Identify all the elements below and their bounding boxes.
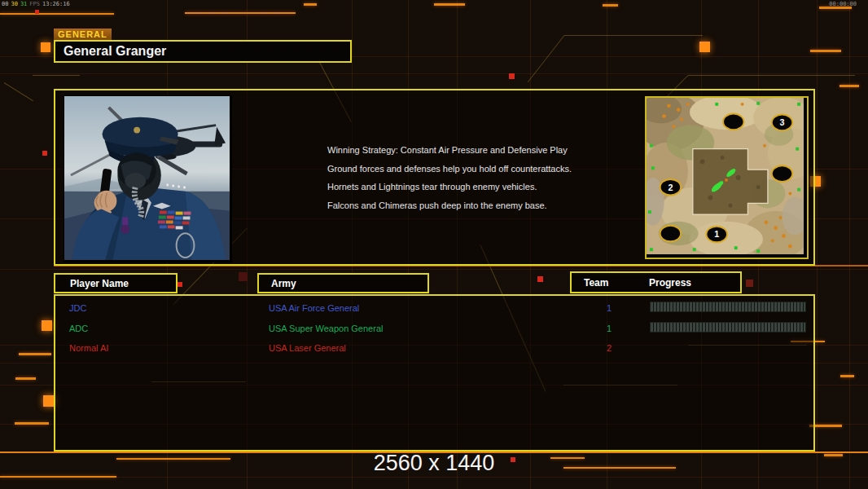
column-label: Player Name (70, 278, 129, 289)
army-header: Army (257, 273, 429, 293)
accent-dash (185, 12, 296, 14)
start-position-marker: 2 (668, 183, 673, 192)
player-row: Normal AI USA Laser General 2 (55, 341, 813, 359)
stat-token: FPS (29, 1, 40, 7)
briefing-line: Hornets and Lightnings tear through enem… (327, 178, 572, 196)
accent-dash (603, 4, 618, 7)
strategy-briefing: Winning Strategy: Constant Air Pressure … (327, 141, 572, 214)
accent-square-red (178, 282, 182, 287)
accent-square-red (537, 276, 543, 282)
column-label: Progress (649, 277, 691, 289)
stat-token: 31 (20, 1, 27, 7)
general-info-panel: Winning Strategy: Constant Air Pressure … (54, 89, 815, 266)
start-position-marker: 1 (714, 229, 719, 239)
accent-square-orange (43, 395, 55, 407)
column-label: Army (271, 278, 296, 289)
player-name: ADC (69, 324, 88, 333)
accent-square-red (42, 151, 47, 156)
fps-stats-overlay: 003031FPS13:26:16 (2, 1, 72, 7)
briefing-line: Ground forces and defenses help you hold… (327, 160, 572, 178)
accent-square-orange (699, 42, 710, 52)
stat-token: 13:26:16 (42, 1, 70, 7)
player-army: USA Air Force General (269, 303, 359, 313)
grid-line-horizontal (0, 269, 868, 270)
accent-dash (434, 3, 465, 6)
player-team: 1 (603, 324, 616, 333)
player-list-panel: JDC USA Air Force General 1 ADC USA Supe… (54, 294, 815, 452)
portrait-art (64, 96, 230, 260)
load-progress-bar (650, 322, 806, 333)
grid-line-horizontal (0, 73, 868, 74)
grid-line-horizontal (0, 477, 868, 478)
circuit-trace (33, 75, 80, 76)
team-progress-header: Team Progress (570, 271, 742, 293)
accent-dash (0, 13, 114, 15)
player-row: ADC USA Super Weapon General 1 (55, 321, 813, 339)
accent-square-orange (41, 42, 50, 52)
accent-square-red (239, 272, 248, 281)
map-preview: 1 2 3 (645, 96, 809, 259)
accent-dash (0, 476, 116, 478)
accent-square-red (35, 10, 39, 14)
circuit-trace (4, 82, 33, 101)
general-tab-label: GENERAL (54, 29, 112, 40)
player-team: 2 (603, 343, 616, 353)
load-progress-bar (650, 302, 806, 312)
accent-dash (15, 422, 49, 425)
minimap-art: 1 2 3 (647, 98, 804, 254)
accent-square-orange (42, 320, 52, 331)
accent-square-red (746, 280, 753, 287)
accent-dash (19, 353, 51, 355)
accent-dash (840, 85, 859, 87)
general-title-box: General Granger (54, 40, 352, 63)
accent-square-red (509, 73, 515, 79)
loading-screen: 003031FPS13:26:16 00:00:00 GENERAL Gener… (0, 0, 868, 489)
stat-token: 30 (11, 1, 17, 7)
circuit-trace (528, 35, 565, 82)
accent-dash (840, 375, 854, 377)
player-name: JDC (69, 303, 86, 313)
player-name: Normal AI (69, 343, 108, 353)
session-timer: 00:00:00 (829, 1, 857, 7)
player-row: JDC USA Air Force General 1 (55, 301, 813, 319)
briefing-line: Winning Strategy: Constant Air Pressure … (327, 141, 572, 160)
player-name-header: Player Name (54, 273, 178, 293)
start-position-marker: 3 (780, 117, 785, 127)
player-army: USA Laser General (269, 343, 346, 353)
briefing-line: Falcons and Chimeras push deep into the … (327, 196, 572, 215)
circuit-trace (688, 75, 855, 76)
player-team: 1 (603, 303, 616, 313)
column-label: Team (584, 277, 608, 289)
stat-token: 00 (2, 1, 8, 7)
player-army: USA Super Weapon General (269, 324, 383, 333)
circuit-trace (564, 35, 703, 36)
page-title: General Granger (55, 42, 350, 61)
resolution-label: 2560 x 1440 (0, 451, 868, 476)
accent-dash (810, 50, 841, 52)
accent-dash (15, 377, 36, 380)
accent-dash (304, 3, 317, 6)
general-portrait (64, 95, 232, 262)
